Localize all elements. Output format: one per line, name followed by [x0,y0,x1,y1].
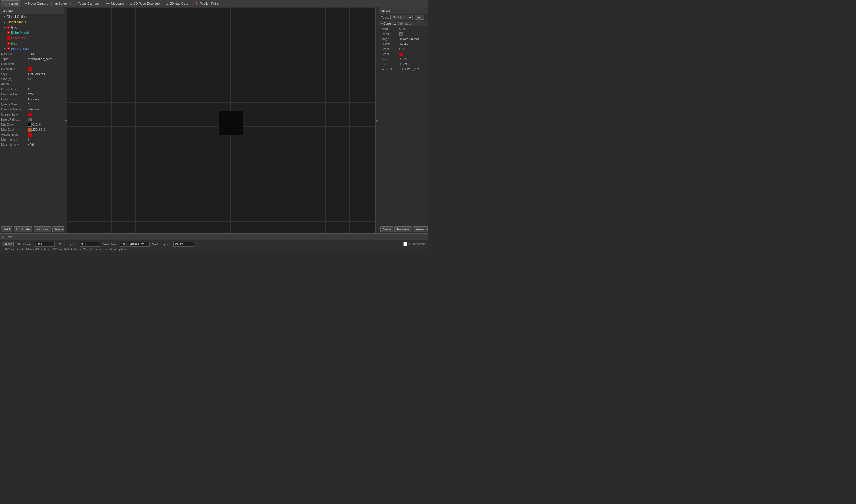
display-item-pointcloud2[interactable]: ▼ PointCloud2 [0,46,64,51]
views-key-focal-cb: Focal ... [382,53,400,56]
prop-key-min-color: Min Color [1,123,28,126]
autocompute-checkbox[interactable] [28,133,32,137]
views-rename-button[interactable]: Rename [413,226,428,232]
add-button[interactable]: Add [1,226,13,232]
display-item-global-status[interactable]: ▶ Global Status... [0,19,64,25]
prop-key-channel-name: Channel Name [1,108,28,111]
prop-key-queue-size: Queue Size [1,103,28,106]
views-current-section[interactable]: ▼ Current ... Orbit (rviz) [379,21,428,26]
right-panel: Views Type: Orbit (rviz) Zero ▼ Current … [379,7,428,233]
views-key-focal-point: Focal ... [385,68,402,71]
views-header: Views [379,7,428,14]
experimental-checkbox[interactable] [403,242,407,246]
wall-elapsed-group: Wall Elapsed: [153,242,194,247]
min-color-swatch[interactable] [28,123,32,127]
time-label: Time [5,235,12,239]
prop-key-alpha: Alpha [1,83,28,86]
ros-elapsed-input[interactable] [80,242,101,247]
display-item-global-options[interactable]: ▶ Global Options [0,14,64,19]
views-key-target: Targe... [382,37,400,41]
laser-scan-checkbox[interactable] [6,36,10,40]
duplicate-button[interactable]: Duplicate [14,226,33,232]
select-button[interactable]: ▣ Select [53,0,70,7]
move-camera-button[interactable]: ✥ Move Camera [22,0,50,7]
wall-time-input[interactable] [120,242,150,247]
prop-key-pos-transform: Position Tra... [1,93,28,96]
prop-key-status: Status: [4,52,31,56]
prop-key-size: Size (m) [1,77,28,81]
views-key-focal-length: Focal ... [382,48,400,51]
prop-val-min-color: 0; 0; 0 [32,123,63,126]
viewport-grid [64,7,379,233]
interact-button[interactable]: ↖ Interact [1,0,20,7]
measure-icon: ⟺ [105,2,110,6]
ros-time-label: ROS Time: [17,242,33,246]
resize-handle-right[interactable]: ▶ [375,7,379,233]
grid-checkbox[interactable] [6,25,10,29]
display-item-laser-scan[interactable]: LaserScan [0,35,64,41]
max-color-swatch[interactable] [28,128,32,131]
views-type-select[interactable]: Orbit (rviz) [390,15,413,20]
prop-key-min-intensity: Min Intensity [1,138,28,141]
prop-key-invert-rainbow: Invert Rainb... [1,118,28,121]
views-prop-focal-length: Focal ... 0.05 [379,47,428,52]
focal-checkbox[interactable] [400,53,403,56]
pointcloud2-checkbox[interactable] [6,47,10,51]
display-item-robot-model[interactable]: RobotModel [0,30,64,35]
remove-button[interactable]: Remove [34,226,51,232]
experimental-label: Experimental [409,242,426,246]
display-item-grid[interactable]: ▶ Grid [0,25,64,30]
pose-estimate-icon: ⊕ [130,2,133,6]
wall-elapsed-label: Wall Elapsed: [153,242,172,246]
status-bar: Reset ROS Time: ROS Elapsed: Wall Time: … [0,240,428,252]
zero-button[interactable]: Zero [415,15,424,20]
toolbar-separator-7 [191,1,191,6]
prop-key-max-color: Max Color [1,128,28,131]
robot-model-checkbox[interactable] [6,31,10,34]
publish-point-button[interactable]: 📍 Publish Point [193,0,220,7]
reset-button[interactable]: Reset [2,242,14,246]
display-item-map[interactable]: Map [0,41,64,46]
ros-elapsed-group: ROS Elapsed: [58,242,101,247]
displays-content[interactable]: ▶ Global Options ▶ Global Status... ▶ Gr… [0,14,64,225]
views-prop-focal-point: ▶ Focal ... 0.21265; 0.2... [379,67,428,72]
prop-val-pos-transform: XYZ [28,93,63,96]
viewport[interactable]: ◀ ▶ [64,7,379,233]
use-rainbow-checkbox[interactable] [28,113,32,116]
arrow-icon: ▶ [3,26,6,29]
views-save-button[interactable]: Save [381,226,393,232]
views-remove-button[interactable]: Remove [395,226,412,232]
nav-goal-button[interactable]: ⊕ 2D Nav Goal [164,0,190,7]
selectable-checkbox[interactable] [28,68,32,71]
bottom-status-row: Left-Click: Rotate. Middle-Click: Move X… [2,248,426,251]
toolbar-separator-6 [162,1,163,6]
invert-checkbox[interactable] [400,32,403,36]
measure-button[interactable]: ⟺ Measure [103,0,125,7]
prop-max-intensity: Max Intensity 4096 [0,142,64,147]
prop-val-style: Flat Squares [28,72,63,76]
views-key-invert: Invert ... [382,32,400,36]
prop-min-color: Min Color 0; 0; 0 [0,122,64,127]
ros-time-input[interactable] [34,242,55,247]
views-val-target: <Fixed Frame> [400,37,426,41]
current-section-label: Current ... [383,22,397,25]
map-checkbox[interactable] [6,41,10,45]
views-title: Views [381,9,390,13]
prop-invert-rainbow: Invert Rainb... [0,117,64,122]
wall-elapsed-input[interactable] [173,242,194,247]
invert-rainbow-checkbox[interactable] [28,118,32,122]
time-header[interactable]: ▶ Time [2,235,12,239]
pose-estimate-button[interactable]: ⊕ 2D Pose Estimate [128,0,161,7]
focus-camera-button[interactable]: ◎ Focus Camera [72,0,101,7]
displays-title: Displays [2,9,14,13]
prop-topic: Topic /pointcloud2_conv... [0,56,64,61]
views-val-near: 0.01 [400,27,426,31]
prop-key-color-transform: Color Transf... [1,98,28,101]
prop-val-topic: /pointcloud2_conv... [28,57,63,60]
ros-elapsed-label: ROS Elapsed: [58,242,78,246]
views-prop-distance: Distan... 14.2625 [379,41,428,47]
time-panel[interactable]: ▶ Time [0,233,428,240]
resize-handle-left[interactable]: ◀ [64,7,68,233]
views-val-pitch: 1.5698 [400,63,426,66]
interact-icon: ↖ [3,2,6,6]
